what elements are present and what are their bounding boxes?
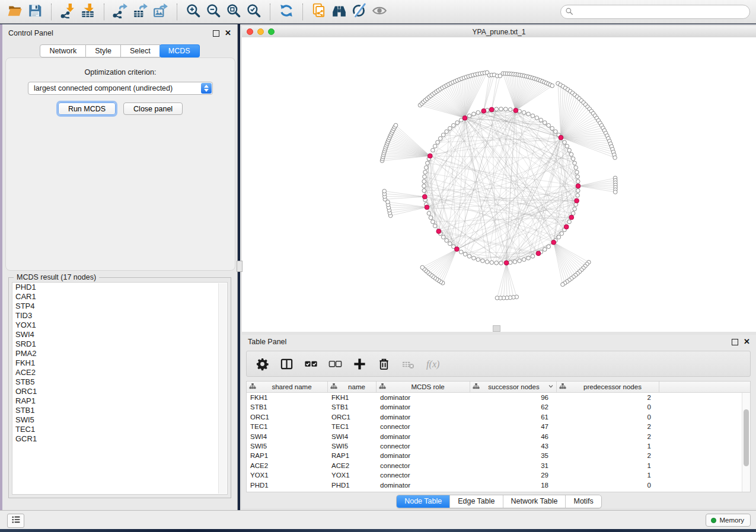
tab-mcds[interactable]: MCDS [160, 44, 200, 57]
network-file-button[interactable] [309, 2, 329, 21]
tab-node-table[interactable]: Node Table [397, 495, 449, 508]
float-panel-icon[interactable] [213, 30, 219, 37]
column-header-name[interactable]: name [328, 382, 377, 392]
network-view-window: YPA_prune.txt_1 [242, 26, 756, 332]
zoom-out-button[interactable] [203, 2, 224, 21]
result-node-item[interactable]: ACE2 [12, 368, 227, 377]
column-header-successor-nodes[interactable]: successor nodes [470, 382, 557, 392]
select-all-icon[interactable] [304, 357, 318, 371]
result-node-item[interactable]: SWI4 [12, 330, 227, 339]
open-file-button[interactable] [5, 2, 25, 21]
table-row[interactable]: SWI4SWI4dominator462 [247, 432, 750, 441]
table-row[interactable]: ORC1ORC1dominator610 [247, 412, 750, 422]
show-graphics-details-button[interactable] [369, 2, 390, 21]
export-image-button[interactable] [151, 2, 171, 21]
close-panel-icon[interactable]: ✕ [225, 30, 231, 36]
horizontal-splitter-handle[interactable] [493, 325, 500, 332]
tab-style[interactable]: Style [86, 44, 121, 57]
chevron-down-icon[interactable] [548, 383, 554, 390]
search-input[interactable] [560, 5, 750, 19]
optimization-criterion-select[interactable]: largest connected component (undirected) [28, 82, 213, 95]
table-row[interactable]: FKH1FKH1dominator962 [247, 393, 750, 402]
import-table-button[interactable] [78, 2, 98, 21]
close-table-panel-icon[interactable]: ✕ [744, 339, 750, 345]
table-row[interactable]: RAP1RAP1dominator352 [247, 451, 750, 460]
result-node-item[interactable]: PMA2 [12, 349, 227, 358]
column-header-MCDS-role[interactable]: MCDS role [377, 382, 470, 392]
run-mcds-button[interactable]: Run MCDS [58, 102, 116, 115]
network-svg[interactable] [242, 37, 756, 332]
zoom-selected-button[interactable] [244, 2, 264, 21]
deselect-all-icon[interactable] [328, 357, 342, 371]
column-header-shared-name[interactable]: shared name [247, 382, 328, 392]
table-row[interactable]: YOX1YOX1connector291 [247, 470, 750, 480]
export-table-button[interactable] [130, 2, 151, 21]
table-row[interactable]: PHD1PHD1dominator180 [247, 480, 750, 490]
tab-select[interactable]: Select [121, 44, 160, 57]
network-canvas[interactable] [242, 37, 756, 332]
table-cell: RAP1 [247, 451, 328, 460]
mcds-result-list: PHD1CAR1STP4TID3YOX1SWI4SRD1PMA2FKH1ACE2… [12, 282, 228, 495]
result-node-item[interactable]: TID3 [12, 311, 227, 321]
tab-edge-table[interactable]: Edge Table [449, 495, 502, 508]
task-history-button[interactable] [7, 514, 24, 528]
tab-network[interactable]: Network [40, 44, 86, 57]
vertical-splitter-handle[interactable] [237, 261, 243, 272]
add-row-icon[interactable] [353, 357, 366, 371]
result-node-item[interactable]: TEC1 [12, 425, 227, 434]
float-table-panel-icon[interactable] [732, 339, 738, 345]
memory-button[interactable]: Memory [706, 514, 751, 527]
table-scrollbar-thumb[interactable] [744, 409, 749, 466]
table-cell: ACE2 [328, 461, 377, 470]
show-graphics-details-icon [372, 3, 387, 21]
column-label: predecessor nodes [569, 383, 656, 390]
table-cell: 35 [470, 451, 557, 460]
window-minimize-button[interactable] [257, 28, 264, 35]
table-row[interactable]: TEC1TEC1connector472 [247, 422, 750, 431]
zoom-fit-icon [226, 3, 241, 21]
table-cell: 29 [470, 470, 557, 480]
result-node-item[interactable]: YOX1 [12, 321, 227, 330]
status-bar: Memory [0, 510, 756, 529]
tab-network-table[interactable]: Network Table [503, 495, 566, 508]
table-row[interactable]: STB1STB1dominator620 [247, 402, 750, 412]
result-node-item[interactable]: STB1 [12, 406, 227, 415]
result-node-item[interactable]: FKH1 [12, 358, 227, 368]
export-network-button[interactable] [110, 2, 130, 21]
hide-graphics-details-button[interactable] [349, 2, 369, 21]
table-cell: 61 [470, 412, 557, 422]
result-node-item[interactable]: ORC1 [12, 387, 227, 396]
result-node-item[interactable]: SRD1 [12, 339, 227, 349]
zoom-fit-button[interactable] [224, 2, 244, 21]
delete-row-icon[interactable] [377, 357, 391, 371]
import-table-icon [80, 3, 95, 21]
table-row[interactable]: SWI5SWI5connector431 [247, 441, 750, 451]
result-node-item[interactable]: RAP1 [12, 396, 227, 406]
result-list-scrollbar[interactable] [218, 283, 227, 493]
result-node-item[interactable]: STP4 [12, 302, 227, 311]
result-node-item[interactable]: STB5 [12, 377, 227, 387]
show-columns-icon[interactable] [280, 357, 294, 371]
table-cell: 0 [557, 412, 659, 422]
result-node-item[interactable]: GCR1 [12, 434, 227, 444]
table-cell: 18 [470, 480, 557, 490]
search-network-button[interactable] [329, 2, 349, 21]
column-header-predecessor-nodes[interactable]: predecessor nodes [557, 382, 659, 392]
window-maximize-button[interactable] [268, 28, 275, 35]
tab-motifs[interactable]: Motifs [565, 495, 601, 508]
column-label: successor nodes [482, 383, 546, 390]
save-session-button[interactable] [25, 2, 45, 21]
table-row[interactable]: ACE2ACE2connector311 [247, 461, 750, 470]
zoom-in-button[interactable] [183, 2, 203, 21]
hierarchy-icon [559, 383, 566, 391]
table-settings-icon[interactable] [256, 357, 269, 371]
close-panel-button[interactable]: Close panel [123, 102, 183, 115]
result-node-item[interactable]: SWI5 [12, 415, 227, 425]
window-close-button[interactable] [247, 28, 253, 35]
result-node-item[interactable]: PHD1 [12, 283, 227, 292]
import-network-button[interactable] [58, 2, 78, 21]
result-node-item[interactable]: CAR1 [12, 292, 227, 302]
table-cell: SWI4 [328, 432, 377, 441]
control-panel-title: Control Panel [8, 29, 53, 37]
refresh-view-button[interactable] [276, 2, 296, 21]
